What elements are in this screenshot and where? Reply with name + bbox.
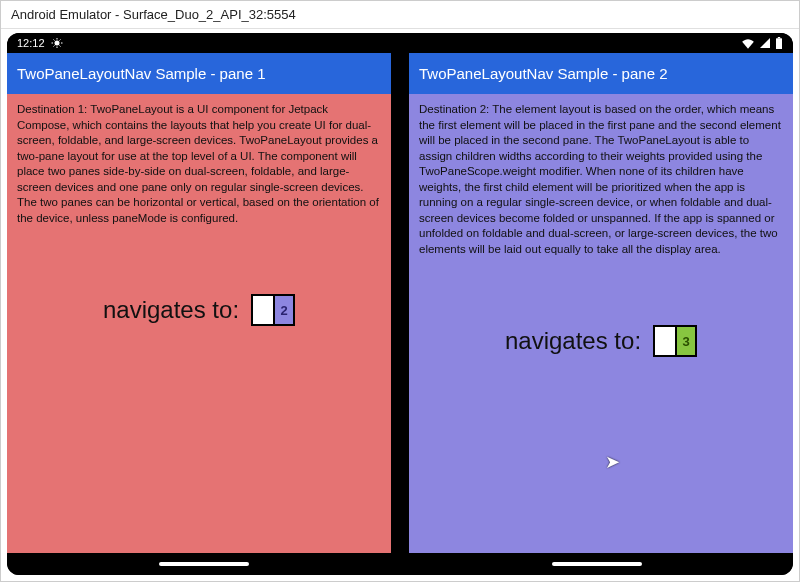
pane2-appbar: TwoPaneLayoutNav Sample - pane 2: [409, 53, 793, 94]
pane1-description: Destination 1: TwoPaneLayout is a UI com…: [7, 94, 391, 234]
debug-icon: [51, 37, 63, 49]
pane2-picker-empty[interactable]: [655, 327, 675, 355]
pane1-nav-label: navigates to:: [103, 296, 239, 324]
battery-icon: [775, 37, 783, 49]
pane1-picker-empty[interactable]: [253, 296, 273, 324]
statusbar-time: 12:12: [17, 37, 45, 49]
wifi-icon: [741, 37, 755, 49]
window-titlebar: Android Emulator - Surface_Duo_2_API_32:…: [1, 1, 799, 29]
pane1-target-picker[interactable]: 2: [251, 294, 295, 326]
device-hinge: [391, 53, 409, 553]
statusbar-right: [741, 37, 783, 49]
pane1-body: Destination 1: TwoPaneLayout is a UI com…: [7, 94, 391, 553]
android-navbar: [7, 553, 793, 575]
pane2-target-picker[interactable]: 3: [653, 325, 697, 357]
pane1-nav-row: navigates to: 2: [7, 294, 391, 326]
pane1-title: TwoPaneLayoutNav Sample - pane 1: [17, 65, 266, 82]
pane2-body: Destination 2: The element layout is bas…: [409, 94, 793, 553]
statusbar-left: 12:12: [17, 37, 63, 49]
pane-2: TwoPaneLayoutNav Sample - pane 2 Destina…: [409, 53, 793, 553]
pane1-appbar: TwoPaneLayoutNav Sample - pane 1: [7, 53, 391, 94]
android-statusbar: 12:12: [7, 33, 793, 53]
pane2-nav-row: navigates to: 3: [409, 325, 793, 357]
device-frame: 12:12 TwoPaneLayout: [7, 33, 793, 575]
nav-pill-right[interactable]: [552, 562, 642, 566]
nav-pill-left[interactable]: [159, 562, 249, 566]
svg-point-0: [54, 41, 59, 46]
window-title: Android Emulator - Surface_Duo_2_API_32:…: [11, 7, 296, 22]
dual-pane-container: TwoPaneLayoutNav Sample - pane 1 Destina…: [7, 53, 793, 553]
svg-rect-1: [776, 38, 782, 49]
pane2-description: Destination 2: The element layout is bas…: [409, 94, 793, 265]
svg-rect-2: [778, 37, 780, 38]
pane2-picker-target[interactable]: 3: [675, 327, 695, 355]
pane2-nav-label: navigates to:: [505, 327, 641, 355]
pane1-picker-target[interactable]: 2: [273, 296, 293, 324]
pane2-title: TwoPaneLayoutNav Sample - pane 2: [419, 65, 668, 82]
emulator-window: Android Emulator - Surface_Duo_2_API_32:…: [0, 0, 800, 582]
signal-icon: [759, 37, 771, 49]
pane-1: TwoPaneLayoutNav Sample - pane 1 Destina…: [7, 53, 391, 553]
